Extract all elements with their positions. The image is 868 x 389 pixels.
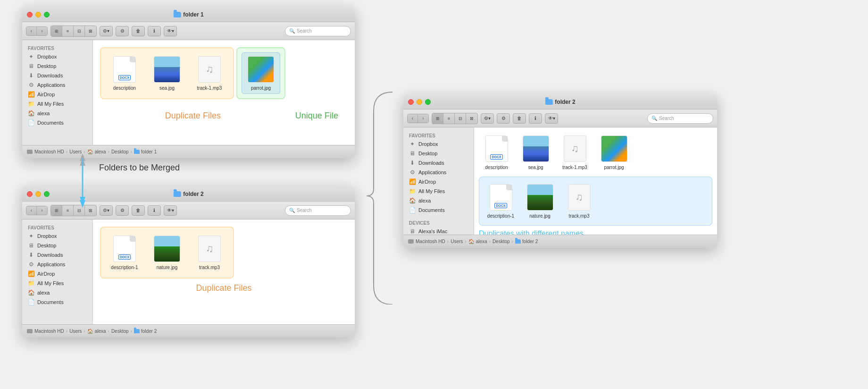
folder-icon-title-3 bbox=[545, 99, 552, 105]
action-button-1[interactable]: ⚙ bbox=[116, 26, 129, 36]
delete-button-2[interactable]: 🗑 bbox=[132, 205, 145, 216]
action-button-3[interactable]: ⚙ bbox=[497, 113, 510, 124]
info-button-1[interactable]: ℹ bbox=[148, 26, 161, 36]
file-description1-3r2[interactable]: DOCX description-1 bbox=[483, 181, 518, 221]
sidebar-item-downloads-1[interactable]: ⬇ Downloads bbox=[22, 71, 92, 80]
window-title-2: folder 2 bbox=[173, 191, 203, 197]
minimize-button-1[interactable] bbox=[35, 12, 41, 17]
eye-button-3[interactable]: 👁▾ bbox=[545, 113, 558, 124]
action-button-2[interactable]: ⚙ bbox=[116, 205, 129, 216]
nav-group-2[interactable]: ‹ › bbox=[26, 206, 48, 215]
sidebar-item-desktop-1[interactable]: 🖥 Desktop bbox=[22, 61, 92, 71]
sidebar-item-applications-2[interactable]: ⚙ Applications bbox=[22, 260, 92, 269]
file-sea-3r1[interactable]: sea.jpg bbox=[518, 132, 553, 173]
sidebar-item-documents-3[interactable]: 📄 Documents bbox=[403, 205, 474, 215]
minimize-button-3[interactable] bbox=[417, 99, 422, 105]
view-icon-btn-3[interactable]: ⊞ bbox=[432, 113, 443, 124]
sidebar-item-allmyfiles-3[interactable]: 📁 All My Files bbox=[403, 186, 474, 196]
sidebar-item-dropbox-1[interactable]: ✦ Dropbox bbox=[22, 52, 92, 61]
info-button-2[interactable]: ℹ bbox=[148, 205, 161, 216]
sidebar-item-alexa-3[interactable]: 🏠 alexa bbox=[403, 196, 474, 205]
hd-breadcrumb-icon-1 bbox=[27, 150, 33, 154]
sidebar-item-airdrop-3[interactable]: 📶 AirDrop bbox=[403, 177, 474, 186]
forward-button-2[interactable]: › bbox=[37, 206, 47, 215]
sidebar-item-documents-2[interactable]: 📄 Documents bbox=[22, 297, 92, 307]
file-track-2[interactable]: ♫ track.mp3 bbox=[191, 232, 228, 273]
close-button-2[interactable] bbox=[27, 191, 33, 197]
search-box-2[interactable]: 🔍 Search bbox=[285, 205, 351, 216]
nav-group-1[interactable]: ‹ › bbox=[26, 26, 48, 36]
traffic-lights-2[interactable] bbox=[27, 191, 50, 197]
arrange-button-2[interactable]: ⚙▾ bbox=[100, 205, 113, 216]
nav-group-3[interactable]: ‹ › bbox=[407, 114, 429, 123]
view-column-btn-1[interactable]: ⊟ bbox=[74, 26, 85, 36]
maximize-button-3[interactable] bbox=[425, 99, 431, 105]
delete-button-3[interactable]: 🗑 bbox=[513, 113, 526, 124]
sidebar-item-desktop-2[interactable]: 🖥 Desktop bbox=[22, 241, 92, 250]
sidebar-item-airdrop-1[interactable]: 📶 AirDrop bbox=[22, 90, 92, 99]
view-icon-btn-1[interactable]: ⊞ bbox=[51, 26, 62, 36]
eye-button-1[interactable]: 👁▾ bbox=[164, 26, 177, 36]
view-list-btn-3[interactable]: ≡ bbox=[443, 113, 455, 124]
view-column-btn-3[interactable]: ⊟ bbox=[455, 113, 466, 124]
file-track-3r2[interactable]: ♫ track.mp3 bbox=[561, 181, 597, 221]
sidebar-item-applications-1[interactable]: ⚙ Applications bbox=[22, 80, 92, 90]
forward-button-1[interactable]: › bbox=[37, 27, 47, 35]
bc-folder2-merged: folder 2 bbox=[515, 239, 538, 244]
file-track1-3r1[interactable]: ♫ track-1.mp3 bbox=[557, 132, 593, 173]
sidebar-item-applications-3[interactable]: ⚙ Applications bbox=[403, 168, 474, 177]
sidebar-item-imac-3[interactable]: 🖥 Alexa's iMac bbox=[403, 227, 474, 235]
finder-window-folder1-top[interactable]: folder 1 ‹ › ⊞ ≡ ⊟ ⊠ ⚙▾ ⚙ 🗑 ℹ 👁▾ 🔍 Searc… bbox=[22, 7, 355, 158]
file-parrot-1[interactable]: parrot.jpg bbox=[242, 53, 280, 93]
bc-desktop-1: Desktop bbox=[111, 149, 129, 154]
search-box-1[interactable]: 🔍 Search bbox=[285, 26, 351, 36]
maximize-button-1[interactable] bbox=[44, 12, 50, 17]
search-box-3[interactable]: 🔍 Search bbox=[647, 113, 713, 124]
sidebar-item-documents-1[interactable]: 📄 Documents bbox=[22, 118, 92, 127]
sidebar-item-alexa-2[interactable]: 🏠 alexa bbox=[22, 288, 92, 297]
file-nature-2[interactable]: nature.jpg bbox=[148, 232, 186, 273]
forward-button-3[interactable]: › bbox=[418, 114, 428, 123]
sidebar-item-desktop-3[interactable]: 🖥 Desktop bbox=[403, 149, 474, 158]
view-cover-btn-1[interactable]: ⊠ bbox=[85, 26, 96, 36]
back-button-1[interactable]: ‹ bbox=[26, 27, 37, 35]
bc-alexa-2: alexa bbox=[95, 329, 106, 334]
file-description-1[interactable]: DOCX description bbox=[106, 53, 143, 93]
traffic-lights-3[interactable] bbox=[408, 99, 431, 105]
sidebar-item-airdrop-2[interactable]: 📶 AirDrop bbox=[22, 269, 92, 279]
applications-icon-2: ⚙ bbox=[28, 261, 34, 268]
view-cover-btn-3[interactable]: ⊠ bbox=[466, 113, 477, 124]
arrange-button-3[interactable]: ⚙▾ bbox=[481, 113, 494, 124]
merge-arrow-up bbox=[68, 153, 97, 210]
back-button-2[interactable]: ‹ bbox=[26, 206, 37, 215]
eye-button-2[interactable]: 👁▾ bbox=[164, 205, 177, 216]
view-buttons-1[interactable]: ⊞ ≡ ⊟ ⊠ bbox=[50, 25, 97, 37]
close-button-1[interactable] bbox=[27, 12, 33, 17]
back-button-3[interactable]: ‹ bbox=[408, 114, 418, 123]
view-buttons-3[interactable]: ⊞ ≡ ⊟ ⊠ bbox=[432, 113, 478, 124]
view-list-btn-1[interactable]: ≡ bbox=[62, 26, 74, 36]
file-description-3r1[interactable]: DOCX description bbox=[479, 132, 514, 173]
maximize-button-2[interactable] bbox=[44, 191, 50, 197]
finder-window-folder2-merged[interactable]: folder 2 ‹ › ⊞ ≡ ⊟ ⊠ ⚙▾ ⚙ 🗑 ℹ 👁▾ 🔍 Searc… bbox=[403, 94, 717, 248]
minimize-button-2[interactable] bbox=[35, 191, 41, 197]
sidebar-item-downloads-2[interactable]: ⬇ Downloads bbox=[22, 250, 92, 260]
traffic-lights-1[interactable] bbox=[27, 12, 50, 17]
delete-button-1[interactable]: 🗑 bbox=[132, 26, 145, 36]
close-button-3[interactable] bbox=[408, 99, 414, 105]
file-track1-1[interactable]: ♫ track-1.mp3 bbox=[191, 53, 228, 93]
sidebar-item-dropbox-3[interactable]: ✦ Dropbox bbox=[403, 139, 474, 149]
file-nature-3r2[interactable]: nature.jpg bbox=[522, 181, 558, 221]
file-sea-1[interactable]: sea.jpg bbox=[148, 53, 186, 93]
info-button-3[interactable]: ℹ bbox=[529, 113, 542, 124]
file-icon-nature-2 bbox=[153, 235, 181, 263]
sidebar-item-allmyfiles-1[interactable]: 📁 All My Files bbox=[22, 99, 92, 109]
sidebar-item-dropbox-2[interactable]: ✦ Dropbox bbox=[22, 231, 92, 241]
view-icon-btn-2[interactable]: ⊞ bbox=[51, 205, 62, 216]
file-parrot-3r1[interactable]: parrot.jpg bbox=[596, 132, 632, 173]
sidebar-item-alexa-1[interactable]: 🏠 alexa bbox=[22, 109, 92, 118]
arrange-button-1[interactable]: ⚙▾ bbox=[100, 26, 113, 36]
file-description1-2[interactable]: DOCX description-1 bbox=[106, 232, 143, 273]
sidebar-item-allmyfiles-2[interactable]: 📁 All My Files bbox=[22, 279, 92, 288]
sidebar-item-downloads-3[interactable]: ⬇ Downloads bbox=[403, 158, 474, 168]
